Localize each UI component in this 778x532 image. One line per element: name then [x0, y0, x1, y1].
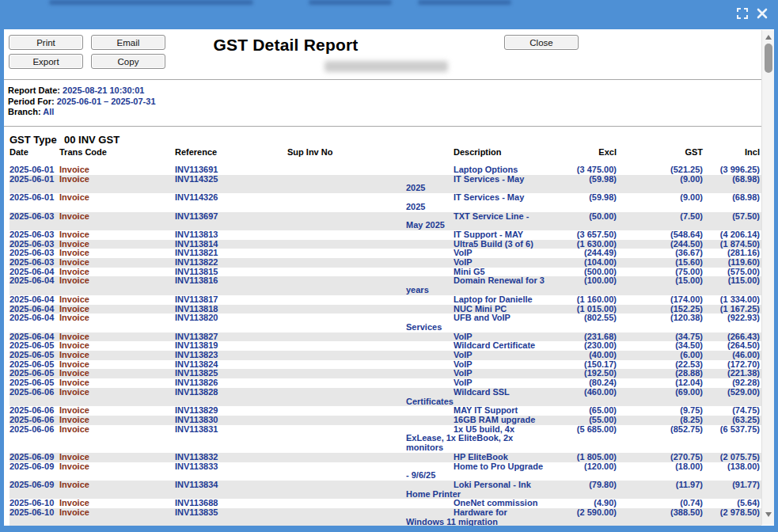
cell-trans-code: Invoice: [59, 314, 175, 332]
branch-line: Branch: All: [8, 107, 761, 118]
cell-date: 2025-06-01: [9, 193, 59, 211]
cell-sup-inv-no: [287, 508, 406, 526]
cell-sup-inv-no: [287, 193, 406, 211]
fullscreen-icon[interactable]: [736, 7, 749, 20]
cell-excl: (1 805.00): [545, 453, 618, 462]
cell-sup-inv-no: [287, 341, 406, 351]
cell-incl: (57.50): [704, 212, 761, 230]
cell-incl: (3 996.25): [704, 165, 761, 175]
cell-reference: INV113691: [175, 165, 287, 175]
cell-sup-inv-no: [287, 258, 406, 268]
cell-description: VoIP: [406, 351, 545, 360]
cell-incl: (1 334.00): [704, 295, 761, 305]
cell-incl: (115.00): [704, 276, 761, 294]
cell-incl: (68.98): [704, 175, 761, 193]
table-row: 2025-06-04 Invoice INV113827 VoIP (231.6…: [9, 332, 761, 342]
table-row: 2025-06-01 Invoice INV114326 IT Services…: [9, 193, 761, 211]
close-icon[interactable]: [756, 7, 769, 20]
cell-incl: (922.93): [704, 314, 761, 332]
cell-reference: INV113813: [175, 230, 287, 240]
cell-reference: INV113833: [175, 462, 287, 481]
col-trans-code: Trans Code: [59, 147, 175, 158]
table-row: 2025-06-04 Invoice INV113816 Domain Rene…: [9, 276, 761, 294]
cell-date: 2025-06-03: [9, 258, 59, 268]
cell-description: IT Services - May 2025: [406, 193, 545, 211]
cell-date: 2025-06-09: [9, 481, 59, 499]
gst-table: GST Type 00 INV GST Date Trans Code Refe…: [4, 127, 761, 526]
cell-description: VoIP: [406, 258, 545, 268]
scroll-up-icon[interactable]: [762, 32, 775, 43]
cell-incl: (138.00): [704, 462, 761, 481]
export-button[interactable]: Export: [9, 54, 83, 69]
table-header-row: Date Trans Code Reference Sup Inv No Des…: [9, 147, 761, 158]
copy-button[interactable]: Copy: [91, 54, 165, 69]
cell-trans-code: Invoice: [59, 351, 175, 360]
cell-gst: (521.25): [618, 165, 704, 175]
cell-excl: (40.00): [545, 351, 618, 360]
table-row: 2025-06-03 Invoice INV113822 VoIP (104.0…: [9, 258, 761, 268]
cell-sup-inv-no: [287, 165, 406, 175]
cell-trans-code: Invoice: [59, 165, 175, 175]
cell-sup-inv-no: [287, 268, 406, 277]
period-value: 2025-06-01 – 2025-07-31: [57, 97, 156, 106]
cell-incl: (46.00): [704, 351, 761, 360]
cell-gst: (388.50): [618, 508, 704, 526]
cell-sup-inv-no: [287, 369, 406, 378]
gst-type-group: GST Type 00 INV GST: [9, 134, 761, 146]
table-row: 2025-06-09 Invoice INV113834 Loki Person…: [9, 481, 761, 499]
table-row: 2025-06-06 Invoice INV113828 Wildcard SS…: [9, 388, 761, 406]
cell-reference: INV114326: [175, 193, 287, 211]
cell-description: Hardware for Windows 11 migration: [406, 508, 545, 526]
cell-gst: (852.75): [618, 425, 704, 453]
cell-description: Wildcard Certificate: [406, 341, 545, 351]
cell-date: 2025-06-04: [9, 314, 59, 332]
cell-trans-code: Invoice: [59, 508, 175, 526]
cell-gst: (120.38): [618, 314, 704, 332]
col-incl: Incl: [704, 147, 761, 158]
cell-date: 2025-06-06: [9, 425, 59, 453]
cell-excl: (120.00): [545, 462, 618, 481]
cell-trans-code: Invoice: [59, 425, 175, 453]
cell-description: 1x U5 build, 4x ExLease, 1x EliteBook, 2…: [406, 425, 545, 453]
gst-type-label: GST Type: [9, 134, 64, 146]
table-row: 2025-06-04 Invoice INV113820 UFB and VoI…: [9, 314, 761, 332]
cell-date: 2025-06-10: [9, 508, 59, 526]
cell-gst: (548.64): [618, 230, 704, 240]
cell-trans-code: Invoice: [59, 276, 175, 294]
cell-description: VoIP: [406, 360, 545, 370]
table-row: 2025-06-05 Invoice INV113824 VoIP (150.1…: [9, 360, 761, 370]
cell-incl: (119.60): [704, 258, 761, 268]
cell-description: UFB and VoIP Services: [406, 314, 545, 332]
cell-reference: INV113697: [175, 212, 287, 230]
cell-trans-code: Invoice: [59, 416, 175, 425]
cell-reference: INV113816: [175, 276, 287, 294]
scrollbar-thumb[interactable]: [765, 44, 772, 73]
cell-trans-code: Invoice: [59, 453, 175, 462]
cell-gst: (270.75): [618, 453, 704, 462]
table-row: 2025-06-04 Invoice INV113818 NUC Mini PC…: [9, 305, 761, 314]
cell-date: 2025-06-01: [9, 175, 59, 193]
close-button[interactable]: Close: [504, 35, 579, 50]
cell-excl: (59.98): [545, 193, 618, 211]
table-row: 2025-06-10 Invoice INV113688 OneNet comm…: [9, 499, 761, 508]
redacted-titlebar-text: [49, 0, 253, 5]
cell-excl: (59.98): [545, 175, 618, 193]
cell-gst: (11.97): [618, 481, 704, 499]
cell-gst: (9.00): [618, 193, 704, 211]
cell-date: 2025-06-03: [9, 230, 59, 240]
cell-sup-inv-no: [287, 276, 406, 294]
cell-sup-inv-no: [287, 249, 406, 258]
cell-sup-inv-no: [287, 212, 406, 230]
scroll-down-icon[interactable]: [762, 509, 775, 520]
table-row: 2025-06-05 Invoice INV113819 Wildcard Ce…: [9, 341, 761, 351]
cell-sup-inv-no: [287, 230, 406, 240]
table-row: 2025-06-03 Invoice INV113813 IT Support …: [9, 230, 761, 240]
cell-sup-inv-no: [287, 351, 406, 360]
cell-reference: INV113834: [175, 481, 287, 499]
cell-incl: (2 978.50): [704, 508, 761, 526]
cell-description: IT Services - May 2025: [406, 175, 545, 193]
cell-excl: (5 685.00): [545, 425, 618, 453]
cell-reference: INV113828: [175, 388, 287, 406]
vertical-scrollbar[interactable]: [761, 30, 774, 525]
cell-sup-inv-no: [287, 305, 406, 314]
